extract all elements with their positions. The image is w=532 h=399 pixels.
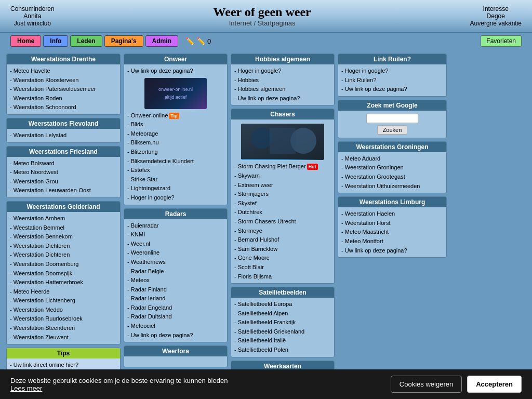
nav-info-button[interactable]: Info (43, 35, 68, 47)
list-item[interactable]: - Weerstation Grou (10, 177, 117, 187)
list-item[interactable]: - Weerstation Kloosterveen (10, 76, 117, 85)
list-item[interactable]: - Weerstation Ruurlosebroek (10, 314, 117, 324)
list-item[interactable]: - Meteo Maastricht (341, 228, 443, 237)
list-item[interactable]: - Stormeye (234, 227, 331, 236)
list-item[interactable]: - Uw link op deze pagina? (127, 66, 224, 76)
list-item[interactable]: - Weerstation Zieuwent (10, 333, 117, 342)
list-item[interactable]: - Gene Moore (234, 254, 331, 263)
list-item[interactable]: - Blitzortung (127, 148, 224, 157)
list-item[interactable]: - Meteo Montfort (341, 237, 443, 246)
nav-leden-button[interactable]: Leden (70, 35, 102, 47)
list-item[interactable]: - Lightningwizard (127, 184, 224, 193)
list-item[interactable]: - Floris Bijlsma (234, 272, 331, 282)
list-item[interactable]: - KNMI (127, 230, 224, 240)
list-item[interactable]: - Extreem weer (234, 181, 331, 190)
list-item[interactable]: - Blids (127, 120, 224, 129)
list-item[interactable]: - Satellietbeeld Alpen (234, 309, 331, 318)
list-item[interactable]: - Weerstation Roden (10, 94, 117, 103)
cookie-weigeren-button[interactable]: Cookies weigeren (391, 376, 462, 393)
list-item[interactable]: - Radar Engeland (127, 303, 224, 313)
link-ruilen-header: Link Ruilen? (338, 54, 446, 64)
list-item[interactable]: - Meteorage (127, 129, 224, 139)
list-item[interactable]: - Meteox (127, 276, 224, 285)
friesland-content: - Meteo Bolsward - Meteo Noordwest - Wee… (7, 157, 120, 197)
nav-paginas-button[interactable]: Pagina's (104, 35, 143, 47)
list-item[interactable]: - Storm Chasers Utrecht (234, 217, 331, 227)
nav-home-button[interactable]: Home (10, 35, 41, 47)
list-item[interactable]: - Radar Ierland (127, 294, 224, 303)
list-item[interactable]: - Skywarn (234, 171, 331, 181)
list-item[interactable]: - Weerstation Lichtenberg (10, 296, 117, 305)
list-item[interactable]: - Radar Finland (127, 285, 224, 295)
gelderland-box: Weerstations Gelderland - Weerstation Ar… (6, 201, 121, 344)
list-item[interactable]: - Weerstation Dichteren (10, 250, 117, 260)
list-item[interactable]: - Weerstation Hattemerbroek (10, 278, 117, 287)
list-item[interactable]: - Meteo Heerde (10, 287, 117, 297)
google-search-button[interactable]: Zoeken (377, 125, 408, 135)
list-item[interactable]: - Uw link op deze pagina? (234, 94, 331, 103)
nav-admin-button[interactable]: Admin (145, 35, 178, 47)
list-item[interactable]: - Radar Duitsland (127, 312, 224, 322)
list-item[interactable]: - Weerstation Uithuizermeeden (341, 182, 443, 191)
list-item[interactable]: - Weestation Bemmel (10, 223, 117, 233)
list-item[interactable]: - Weerstation Paterswoldesemeer (10, 85, 117, 94)
list-item[interactable]: - Satellietbeeld Frankrijk (234, 318, 331, 327)
list-item[interactable]: - Weerstation Groningen (341, 163, 443, 172)
list-item[interactable]: - Weerstation Arnhem (10, 214, 117, 223)
list-item[interactable]: - Link Ruilen? (341, 76, 443, 85)
list-item[interactable]: - Uw link direct online hier? (10, 361, 117, 370)
list-item[interactable]: - Meteociel (127, 322, 224, 331)
list-item[interactable]: - Meteo Bolsward (10, 159, 117, 168)
list-item[interactable]: - Uw link op deze pagina? (341, 246, 443, 256)
list-item[interactable]: - Satellietbeeld Europa (234, 300, 331, 309)
list-item[interactable]: - Satellietbeeld Polen (234, 345, 331, 355)
list-item[interactable]: - Meteo Aduard (341, 154, 443, 164)
list-item[interactable]: - Radar Belgie (127, 267, 224, 276)
list-item[interactable]: - Weerstation Doornspijk (10, 269, 117, 278)
list-item[interactable]: - Strike Star (127, 175, 224, 184)
list-item[interactable]: - Estofex (127, 166, 224, 175)
list-item[interactable]: - Meteo Noordwest (10, 168, 117, 177)
list-item[interactable]: - Stormjagers (234, 190, 331, 199)
cookie-lees-meer-link[interactable]: Lees meer (10, 384, 42, 392)
list-item[interactable]: - Buienradar (127, 221, 224, 231)
list-item[interactable]: - Weerstation Doornenburg (10, 260, 117, 269)
list-item[interactable]: - Weer.nl (127, 240, 224, 249)
google-search-input[interactable] (366, 114, 418, 123)
list-item[interactable]: - Hoger in google? (127, 193, 224, 203)
list-item[interactable]: - Scott Blair (234, 263, 331, 272)
list-item[interactable]: - Sam Barricklow (234, 245, 331, 254)
list-item[interactable]: - Storm Chasing Piet BergerHot (234, 162, 331, 171)
list-item[interactable]: - Uw link op deze pagina? (341, 85, 443, 94)
list-item[interactable]: - Hoger in google? (234, 66, 331, 76)
favorieten-button[interactable]: Favorieten (481, 35, 522, 47)
list-item[interactable]: - Weerstation Leeuwarden-Oost (10, 186, 117, 195)
cookie-accepteren-button[interactable]: Accepteren (467, 376, 522, 393)
list-item[interactable]: - Bliksemdetectie Klundert (127, 157, 224, 166)
list-item[interactable]: - Weeronline (127, 248, 224, 258)
list-item[interactable]: - Weerstation Meddo (10, 305, 117, 315)
list-item[interactable]: - Weerstation Dichteren (10, 242, 117, 251)
list-item[interactable]: - Hoger in google? (341, 66, 443, 76)
list-item[interactable]: - Bernard Hulshof (234, 235, 331, 245)
list-item[interactable]: - Satellietbeeld Griekenland (234, 327, 331, 337)
list-item[interactable]: - Weathernews (127, 258, 224, 267)
list-item[interactable]: - Weerstation Lelystad (10, 131, 117, 140)
main-content: Weerstations Drenthe - Meteo Havelte - W… (0, 49, 532, 399)
list-item[interactable]: - Satellietbeeld Italië (234, 336, 331, 345)
list-item[interactable]: - Weerstation Schoonoord (10, 103, 117, 112)
list-item[interactable]: - Weerstation Haelen (341, 209, 443, 219)
list-item[interactable]: - Meteo Havelte (10, 66, 117, 76)
list-item[interactable]: - Hobbies algemeen (234, 85, 331, 94)
list-item[interactable]: - Hobbies (234, 76, 331, 85)
list-item[interactable]: - Skystef (234, 199, 331, 208)
list-item[interactable]: - Weerstation Grootegast (341, 172, 443, 182)
list-item[interactable]: - Uw link op deze pagina? (127, 331, 224, 340)
list-item[interactable]: - Onweer-onlineTip (127, 111, 224, 121)
list-item[interactable]: - Weerstation Horst (341, 219, 443, 228)
link-ruilen-box: Link Ruilen? - Hoger in google? - Link R… (338, 54, 447, 97)
list-item[interactable]: - Bliksem.nu (127, 138, 224, 148)
list-item[interactable]: - Weerstation Bennekom (10, 232, 117, 242)
list-item[interactable]: - Weerstation Steenderen (10, 324, 117, 333)
list-item[interactable]: - Dutchtrex (234, 208, 331, 217)
